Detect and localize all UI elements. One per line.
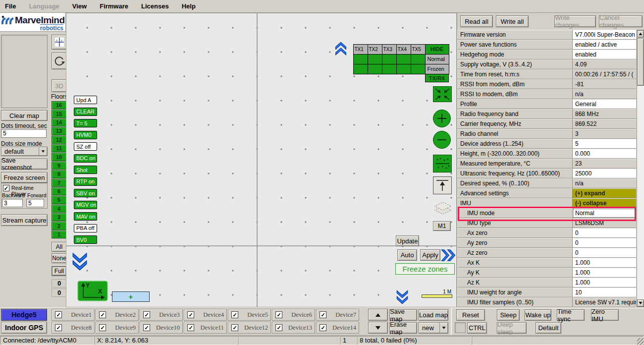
floors-none-button[interactable]: None xyxy=(52,253,67,263)
devices-scroll-down-button[interactable] xyxy=(368,322,388,334)
tx-cell-r2c5[interactable] xyxy=(411,64,426,74)
param-value-imu-type[interactable]: LSM6DSM xyxy=(573,218,636,228)
map-btn-rtp-on[interactable]: RTP on xyxy=(74,177,97,186)
tx-cell-r1c5[interactable] xyxy=(411,54,426,64)
backward-input[interactable] xyxy=(2,199,23,207)
reset-button[interactable]: Reset xyxy=(456,309,485,321)
checkbox-icon[interactable]: ✓ xyxy=(143,311,150,318)
threed-button[interactable]: 3D xyxy=(52,79,67,92)
tx-row-label-normal[interactable]: Normal xyxy=(425,54,449,64)
write-all-button[interactable]: Write all xyxy=(496,15,529,27)
floor-button-8[interactable]: 8 xyxy=(52,170,66,178)
device-toggle-device12[interactable]: ✓Device12 xyxy=(228,322,271,334)
stream-capture-button[interactable]: Stream capture xyxy=(1,214,48,226)
param-value-desired-speed-0-100[interactable]: n/a xyxy=(573,178,636,188)
map-btn-upd-a[interactable]: Upd A xyxy=(74,96,97,104)
param-value-rssi-to-modem-dbm[interactable]: n/a xyxy=(573,89,636,99)
map-btn-mav-on[interactable]: MAV on xyxy=(74,212,97,221)
checkbox-icon[interactable]: ✓ xyxy=(231,324,238,331)
checkbox-icon[interactable]: ✓ xyxy=(320,324,326,331)
tx-cell-r2c1[interactable] xyxy=(353,64,368,74)
param-value-imu[interactable]: (-) collapse xyxy=(573,198,636,208)
chevron-down-icon[interactable] xyxy=(39,147,47,156)
param-value-time-from-reset-h-m-s[interactable]: 00:00:26 / 17:57:55 / ( xyxy=(573,69,636,79)
tx-cell-r2c2[interactable] xyxy=(368,64,382,74)
map-btn-bv0[interactable]: BV0 xyxy=(74,235,97,244)
param-value-az-k[interactable]: 1.000 xyxy=(573,278,636,288)
cancel-changes-button[interactable]: Cancel changes xyxy=(599,15,643,27)
checkbox-icon[interactable]: ✓ xyxy=(320,311,326,318)
dots-size-mode-select[interactable]: default xyxy=(1,147,48,156)
write-changes-button[interactable]: Write changes xyxy=(554,15,596,27)
map-btn-t-5[interactable]: T= 5 xyxy=(74,119,97,127)
floor-button-5[interactable]: 5 xyxy=(52,196,66,204)
checkbox-icon[interactable]: ✓ xyxy=(143,324,150,331)
default-button[interactable]: Default xyxy=(536,322,561,334)
floors-full-button[interactable]: Full xyxy=(52,266,67,276)
device-toggle-device3[interactable]: ✓Device3 xyxy=(140,309,183,321)
device-toggle-device2[interactable]: ✓Device2 xyxy=(96,309,139,321)
map-btn-sz-off[interactable]: SZ off xyxy=(74,142,97,151)
floor-button-11[interactable]: 11 xyxy=(52,144,66,152)
tx-cell-r1c4[interactable] xyxy=(396,54,411,64)
freeze-zones-button[interactable]: Freeze zones xyxy=(395,263,455,275)
param-value-az-zero[interactable]: 0 xyxy=(573,248,636,258)
floors-all-button[interactable]: All xyxy=(52,242,67,252)
tx-cell-r1c2[interactable] xyxy=(368,54,382,64)
floor-button-14[interactable]: 14 xyxy=(52,118,66,126)
param-value-ay-k[interactable]: 1.000 xyxy=(573,268,636,278)
checkbox-icon[interactable]: ✓ xyxy=(275,324,282,331)
read-all-button[interactable]: Read all xyxy=(460,15,493,27)
checkbox-icon[interactable]: ✓ xyxy=(99,324,106,331)
move-up-button[interactable] xyxy=(433,176,452,194)
checkbox-icon[interactable]: ✓ xyxy=(187,324,194,331)
zero-imu-button[interactable]: Zero IMU xyxy=(591,309,619,321)
axis-tool-button[interactable]: xy xyxy=(52,35,67,50)
param-value-supply-voltage-v-3-5-4-2[interactable]: 4.09 xyxy=(573,59,636,69)
param-value-device-address-1-254[interactable]: 5 xyxy=(573,139,636,149)
parameters-scrollbar[interactable] xyxy=(637,30,644,307)
floor-button-3[interactable]: 3 xyxy=(52,213,66,221)
resize-grip[interactable] xyxy=(637,338,644,345)
floor-button-7[interactable]: 7 xyxy=(52,179,66,187)
checkbox-icon[interactable]: ✓ xyxy=(231,311,238,318)
floor-button-10[interactable]: 10 xyxy=(52,153,66,161)
floor-button-12[interactable]: 12 xyxy=(52,136,66,144)
menu-item-help[interactable]: Help xyxy=(182,2,196,10)
realtime-player-checkbox[interactable]: ✓ xyxy=(3,185,9,191)
map-btn-pba-off[interactable]: PBA off xyxy=(74,224,97,232)
ctrl-button[interactable]: CTRL xyxy=(467,322,487,334)
menu-item-licenses[interactable]: Licenses xyxy=(141,2,169,10)
floor-button-6[interactable]: 6 xyxy=(52,187,66,195)
map-btn-shot[interactable]: Shot xyxy=(74,166,97,174)
floor-button-13[interactable]: 13 xyxy=(52,127,66,135)
param-value-ax-k[interactable]: 1.000 xyxy=(573,258,636,268)
menu-item-firmware[interactable]: Firmware xyxy=(100,2,128,10)
erase-map-button[interactable]: Erase map xyxy=(389,322,417,334)
param-value-power-save-functions[interactable]: enabled / active xyxy=(573,40,636,50)
clear-map-button[interactable]: Clear map xyxy=(1,110,48,121)
hedge5-button[interactable]: Hedge5 xyxy=(1,309,47,321)
param-value-height-m-320-000-320-000[interactable]: 0.000 xyxy=(573,149,636,159)
device-toggle-device9[interactable]: ✓Device9 xyxy=(96,322,139,334)
tx-hide-button[interactable]: HIDE xyxy=(425,44,449,55)
device-toggle-device4[interactable]: ✓Device4 xyxy=(184,309,227,321)
zoom-out-button[interactable] xyxy=(433,131,451,149)
tx-cell-r2c4[interactable] xyxy=(396,64,411,74)
param-value-imu-filter-samples-0-50[interactable]: License SW v7.1 requir xyxy=(573,297,636,307)
map-btn-sbv-on[interactable]: SBV on xyxy=(74,189,97,197)
device-toggle-device10[interactable]: ✓Device10 xyxy=(140,322,183,334)
param-value-ay-zero[interactable]: 0 xyxy=(573,238,636,248)
indoor-gps-button[interactable]: Indoor GPS xyxy=(1,322,47,334)
time-sync-button[interactable]: Time sync xyxy=(557,309,585,321)
map-select-dropdown[interactable]: new xyxy=(419,322,448,334)
param-value-profile[interactable]: General xyxy=(573,99,636,109)
param-value-ultrasonic-frequency-hz-100-65000[interactable]: 25000 xyxy=(573,169,636,178)
double-chevron-up-icon[interactable] xyxy=(334,41,348,57)
zoom-in-button[interactable] xyxy=(433,110,451,127)
checkbox-icon[interactable]: ✓ xyxy=(187,311,194,318)
checkbox-icon[interactable]: ✓ xyxy=(275,311,282,318)
scroll-down-icon[interactable] xyxy=(637,299,644,307)
chevron-down-icon[interactable] xyxy=(439,323,448,333)
floor-button-4[interactable]: 4 xyxy=(52,205,66,213)
